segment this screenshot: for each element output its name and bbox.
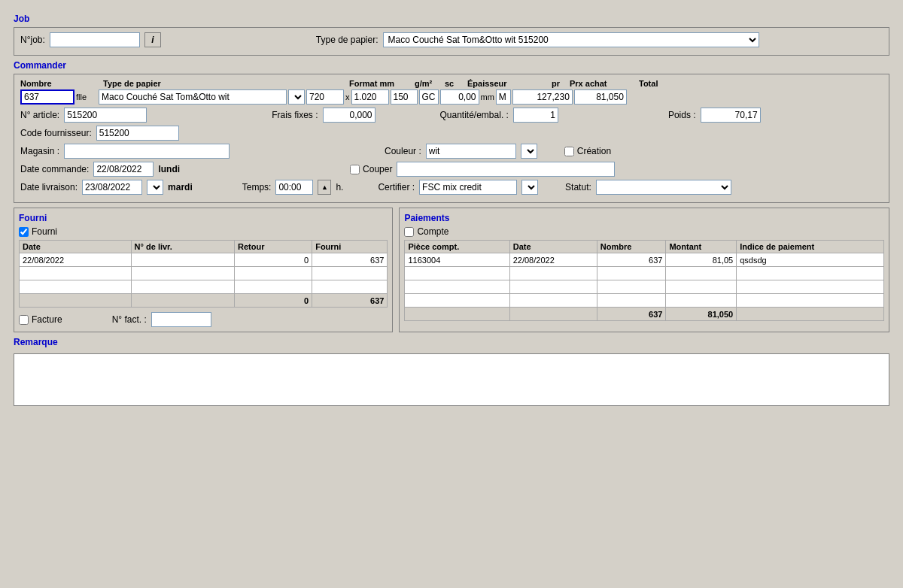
couper-field-input[interactable] — [397, 162, 615, 177]
fourni-checkbox[interactable] — [19, 227, 29, 237]
njob-label: N°job: — [20, 35, 45, 45]
temps-input[interactable] — [275, 180, 313, 195]
fourni-nlivr-cell2 — [131, 267, 234, 280]
compte-checkbox-label: Compte — [404, 226, 884, 237]
commander-label: Commander — [14, 60, 889, 71]
type-papier-select[interactable]: Maco Couché Sat Tom&Otto wit 515200 — [383, 32, 759, 47]
fourni-nlivr-cell3 — [131, 280, 234, 294]
field-row-4: Date commande: lundi Couper — [20, 162, 883, 177]
header-pr: pr — [552, 79, 568, 88]
pr-input[interactable] — [496, 89, 511, 105]
table-row — [20, 267, 388, 280]
bottom-sections: Fourni Fourni Date N° de livr. Retour Fo… — [14, 208, 889, 332]
n-fact-label: N° fact. : — [112, 314, 147, 325]
pmt-date-2 — [509, 267, 597, 280]
header-type-papier: Type de papier — [103, 79, 329, 88]
field-row-2: Code fournisseur: — [20, 126, 883, 141]
date-commande-day: lundi — [158, 164, 180, 174]
prx-achat-input[interactable] — [512, 89, 573, 105]
poids-label: Poids : — [668, 110, 696, 120]
magasin-input[interactable] — [64, 144, 230, 159]
job-row: N°job: i Type de papier: Maco Couché Sat… — [20, 32, 883, 47]
temps-label: Temps: — [242, 182, 272, 192]
type-papier-row-input[interactable] — [99, 89, 287, 105]
certifier-label: Certifier : — [378, 182, 415, 192]
job-section: Job N°job: i Type de papier: Maco Couché… — [14, 14, 889, 56]
total-input[interactable] — [574, 89, 627, 105]
quantite-embal-input[interactable] — [513, 108, 558, 123]
commander-headers: Nombre Type de papier Format mm g/m² sc … — [20, 79, 883, 88]
couleur-input[interactable] — [426, 144, 516, 159]
certifier-input[interactable] — [419, 180, 517, 195]
magasin-label: Magasin : — [20, 146, 59, 156]
table-row — [405, 294, 884, 308]
pmt-total-nombre: 637 — [597, 308, 666, 321]
table-row — [405, 267, 884, 280]
couper-checkbox[interactable] — [350, 165, 360, 174]
fourni-total-retour: 0 — [235, 294, 312, 308]
fourni-col-fourni: Fourni — [312, 241, 388, 253]
n-fact-input[interactable] — [151, 312, 211, 327]
job-card: N°job: i Type de papier: Maco Couché Sat… — [14, 27, 889, 56]
pmt-montant-4 — [666, 294, 737, 308]
h-label: h. — [336, 182, 343, 192]
couleur-select[interactable]: ▼ — [521, 144, 537, 159]
mm-label: mm — [481, 92, 494, 102]
date-commande-input[interactable] — [93, 162, 154, 177]
fourni-retour-cell: 0 — [235, 253, 312, 267]
sc-input[interactable] — [419, 89, 439, 105]
poids-input[interactable] — [701, 108, 761, 123]
pmt-piece-4 — [405, 294, 509, 308]
type-papier-row-select[interactable]: ▼ — [288, 89, 305, 105]
info-button[interactable]: i — [144, 32, 161, 47]
paiements-col-indice: Indice de paiement — [737, 241, 884, 253]
epaisseur-input[interactable] — [440, 89, 479, 105]
header-sc: sc — [445, 79, 466, 88]
facture-checkbox[interactable] — [19, 315, 29, 325]
pmt-piece-1: 1163004 — [405, 253, 509, 267]
frais-fixes-input[interactable] — [323, 108, 375, 123]
remarque-textarea[interactable] — [14, 353, 889, 406]
job-label: Job — [14, 14, 889, 24]
format-w-input[interactable] — [306, 89, 344, 105]
paiements-label: Paiements — [404, 213, 884, 223]
date-livraison-label: Date livraison: — [20, 182, 78, 192]
pmt-piece-3 — [405, 280, 509, 294]
pmt-total-piece — [405, 308, 509, 321]
certifier-select[interactable]: ▼ — [521, 180, 538, 195]
fourni-fourni-cell: 637 — [312, 253, 388, 267]
format-h-input[interactable] — [351, 89, 389, 105]
temps-stepper[interactable]: ▲ — [318, 180, 331, 195]
fourni-retour-cell2 — [235, 267, 312, 280]
field-row-5: Date livraison: ▼ mardi Temps: ▲ h. Cert… — [20, 180, 883, 195]
code-fournisseur-input[interactable] — [96, 126, 179, 141]
fourni-total-row: 0 637 — [20, 294, 388, 308]
pmt-indice-4 — [737, 294, 884, 308]
header-gm2: g/m² — [415, 79, 443, 88]
nombre-input[interactable] — [20, 89, 74, 105]
facture-checkbox-label: Facture — [19, 314, 62, 325]
njob-input[interactable] — [50, 32, 140, 47]
n-article-input[interactable] — [64, 108, 147, 123]
remarque-section: Remarque — [14, 337, 889, 408]
paiements-table: Pièce compt. Date Nombre Montant Indice … — [404, 240, 884, 321]
fourni-total-nlivr — [131, 294, 234, 308]
gm2-input[interactable] — [391, 89, 418, 105]
statut-label: Statut: — [565, 182, 591, 192]
table-row — [20, 280, 388, 294]
flle-label: flle — [76, 92, 97, 102]
paiements-section: Paiements Compte Pièce compt. Date Nombr… — [399, 208, 889, 332]
quantite-embal-label: Quantité/embal. : — [440, 110, 509, 120]
header-prx-achat: Prx achat — [570, 79, 637, 88]
date-livraison-input[interactable] — [82, 180, 142, 195]
creation-checkbox[interactable] — [564, 147, 574, 156]
statut-select[interactable] — [596, 180, 731, 195]
table-row — [405, 280, 884, 294]
date-commande-label: Date commande: — [20, 164, 89, 174]
fourni-section: Fourni Fourni Date N° de livr. Retour Fo… — [14, 208, 393, 332]
paiements-total-row: 637 81,050 — [405, 308, 884, 321]
pmt-date-3 — [509, 280, 597, 294]
compte-checkbox[interactable] — [404, 227, 414, 237]
date-livraison-select[interactable]: ▼ — [147, 180, 163, 195]
pmt-montant-3 — [666, 280, 737, 294]
